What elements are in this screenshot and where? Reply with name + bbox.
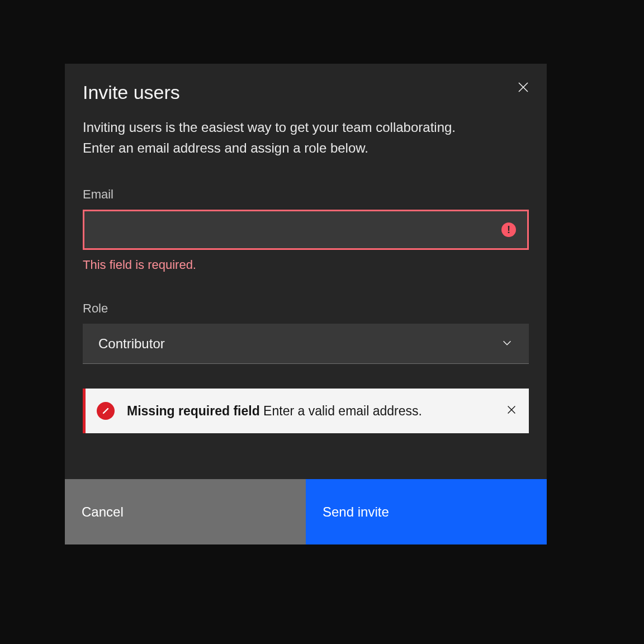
- close-button[interactable]: [514, 78, 532, 96]
- role-select-value: Contributor: [98, 336, 165, 352]
- modal-title: Invite users: [83, 82, 529, 103]
- modal-header: Invite users: [65, 64, 547, 103]
- email-input-wrap: !: [83, 210, 529, 250]
- role-label: Role: [83, 301, 529, 316]
- email-error-text: This field is required.: [83, 258, 529, 272]
- invite-users-modal: Invite users Inviting users is the easie…: [65, 64, 547, 544]
- invite-form: Email ! This field is required. Role Con…: [65, 158, 547, 364]
- close-icon: [505, 404, 518, 416]
- email-label: Email: [83, 187, 529, 202]
- notification-title: Missing required field: [127, 404, 260, 418]
- email-input[interactable]: [99, 222, 494, 237]
- chevron-down-icon: [501, 337, 513, 351]
- error-icon: !: [501, 222, 516, 237]
- close-icon: [517, 80, 530, 94]
- role-select[interactable]: Contributor: [83, 324, 529, 364]
- modal-description: Inviting users is the easiest way to get…: [65, 103, 501, 158]
- cancel-button[interactable]: Cancel: [65, 479, 306, 544]
- notification-text: Missing required field Enter a valid ema…: [127, 404, 422, 419]
- prohibit-icon: [97, 402, 115, 420]
- modal-actions: Cancel Send invite: [65, 479, 547, 544]
- send-invite-button[interactable]: Send invite: [306, 479, 547, 544]
- notification-close-button[interactable]: [505, 404, 518, 418]
- email-field-group: Email ! This field is required.: [83, 187, 529, 272]
- svg-line-2: [103, 409, 108, 413]
- role-field-group: Role Contributor: [83, 301, 529, 364]
- notification-message: Enter a valid email address.: [263, 404, 422, 418]
- error-notification: Missing required field Enter a valid ema…: [83, 389, 529, 433]
